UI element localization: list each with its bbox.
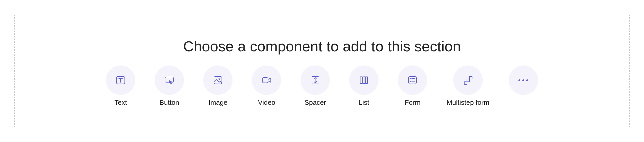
option-label: Spacer	[304, 99, 326, 107]
option-label: Image	[208, 99, 227, 107]
multistep-form-icon	[453, 65, 483, 95]
svg-point-3	[219, 78, 220, 80]
more-components-button[interactable]	[509, 65, 538, 95]
add-form-option[interactable]: Form	[398, 65, 427, 107]
component-options-row: Text Button	[106, 65, 538, 107]
section-heading: Choose a component to add to this sectio…	[183, 37, 461, 55]
add-button-option[interactable]: Button	[155, 65, 184, 107]
option-label: Text	[115, 99, 127, 107]
svg-rect-6	[363, 77, 365, 84]
add-list-option[interactable]: List	[349, 65, 379, 107]
svg-rect-2	[214, 77, 222, 84]
add-text-option[interactable]: Text	[106, 65, 135, 107]
option-label: Button	[160, 99, 179, 107]
add-spacer-option[interactable]: Spacer	[301, 65, 330, 107]
spacer-icon	[301, 65, 330, 95]
add-video-option[interactable]: Video	[252, 65, 281, 107]
svg-rect-8	[409, 77, 416, 84]
section-placeholder: Choose a component to add to this sectio…	[14, 15, 630, 127]
text-icon	[106, 65, 135, 95]
option-label: Video	[258, 99, 275, 107]
list-icon	[349, 65, 379, 95]
svg-rect-4	[262, 78, 268, 83]
svg-rect-7	[365, 77, 368, 84]
image-icon	[203, 65, 233, 95]
add-image-option[interactable]: Image	[203, 65, 233, 107]
option-label: Form	[405, 99, 421, 107]
option-label: List	[359, 99, 369, 107]
svg-point-9	[410, 78, 411, 79]
option-label: Multistep form	[447, 99, 489, 107]
more-icon	[509, 65, 538, 95]
svg-rect-5	[360, 77, 362, 84]
button-icon	[155, 65, 184, 95]
video-icon	[252, 65, 281, 95]
add-multistep-form-option[interactable]: Multistep form	[447, 65, 489, 107]
form-icon	[398, 65, 427, 95]
svg-point-10	[410, 81, 411, 82]
